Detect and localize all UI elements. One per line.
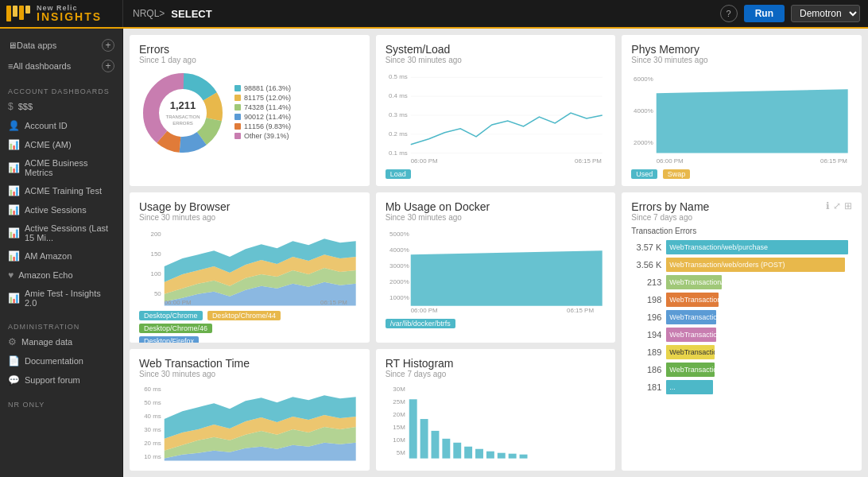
svg-text:0.2 ms: 0.2 ms xyxy=(389,130,408,138)
error-count-7: 186 xyxy=(631,365,661,374)
add-data-apps-button[interactable]: + xyxy=(102,39,114,52)
sidebar-item-account-id[interactable]: 👤 Account ID xyxy=(0,116,122,135)
sidebar-item-amazon-echo[interactable]: ♥ Amazon Echo xyxy=(0,266,122,285)
logo-bar-4 xyxy=(25,6,30,14)
expand-icon[interactable]: ⤢ xyxy=(833,200,841,211)
all-dashboards-item[interactable]: ≡ All dashboards + xyxy=(0,56,122,76)
sidebar-item-dollar-signs[interactable]: $ $$$ xyxy=(0,97,122,116)
legend-label-4: 11156 (9.83%) xyxy=(244,122,291,130)
logo-bar-2 xyxy=(13,6,17,17)
histogram-svg: 30M 25M 20M 15M 10M 5M xyxy=(386,383,606,463)
chart-icon-7: 📊 xyxy=(8,293,20,304)
svg-text:4000%: 4000% xyxy=(389,246,409,254)
physmem-legend: Used Swap xyxy=(631,166,852,179)
sidebar-item-support-forum[interactable]: 💬 Support forum xyxy=(0,370,122,390)
sidebar-item-amie-test[interactable]: 📊 Amie Test - Insights 2.0 xyxy=(0,285,122,312)
browser-title: Usage by Browser xyxy=(139,200,360,213)
svg-text:20 ms: 20 ms xyxy=(144,440,161,447)
chart-icon-5: 📊 xyxy=(8,227,20,238)
account-dashboards-label: ACCOUNT DASHBOARDS xyxy=(0,83,122,97)
error-bar-wrap-7: WebTransaction/web/admin/reports/weekly_… xyxy=(666,363,852,377)
sidebar-item-documentation[interactable]: 📄 Documentation xyxy=(0,351,122,370)
user-icon: 👤 xyxy=(8,120,20,131)
svg-text:4000%: 4000% xyxy=(634,107,653,114)
error-bar-wrap-2: WebTransaction/web/admin/reports/yearly_… xyxy=(666,275,852,289)
error-bar-wrap-4: WebTransaction/web/order_history (GET) xyxy=(666,310,852,324)
svg-text:50 ms: 50 ms xyxy=(144,399,161,406)
error-bar-7[interactable]: WebTransaction/web/admin/reports/weekly_… xyxy=(666,363,715,377)
error-bar-1[interactable]: WebTransaction/web/orders (POST) xyxy=(666,258,844,272)
physmem-svg: 6000% 4000% 2000% 06:00 PM 06:15 PM xyxy=(631,69,852,165)
svg-text:40 ms: 40 ms xyxy=(144,413,161,420)
error-bar-2[interactable]: WebTransaction/web/admin/reports/yearly_… xyxy=(666,275,722,289)
all-dashboards-label: All dashboards xyxy=(13,61,71,71)
nrql-input[interactable] xyxy=(171,8,702,20)
browser-card: Usage by Browser Since 30 minutes ago 20… xyxy=(130,192,370,343)
sidebar-item-amie-test-label: Amie Test - Insights 2.0 xyxy=(25,289,114,308)
help-button[interactable]: ? xyxy=(720,5,738,22)
data-apps-item[interactable]: 🖥 Data apps + xyxy=(0,35,122,56)
sidebar-item-active-sessions[interactable]: 📊 Active Sessions xyxy=(0,200,122,219)
chrome-pill: Desktop/Chrome xyxy=(139,311,203,320)
swap-pill: Swap xyxy=(663,169,691,179)
sysload-chart-area: 0.5 ms 0.4 ms 0.3 ms 0.2 ms 0.1 ms 06:00… xyxy=(386,69,606,165)
browser-legend: Desktop/Chrome Desktop/Chrome/44 Desktop… xyxy=(139,308,360,343)
chart-icon-3: 📊 xyxy=(8,185,20,196)
sysload-svg: 0.5 ms 0.4 ms 0.3 ms 0.2 ms 0.1 ms 06:00… xyxy=(386,69,606,165)
chrome46-pill: Desktop/Chrome/46 xyxy=(139,324,212,333)
logo-icon xyxy=(6,6,30,21)
svg-text:30M: 30M xyxy=(393,386,405,393)
svg-text:10 ms: 10 ms xyxy=(144,453,161,460)
svg-text:TRANSACTION: TRANSACTION xyxy=(165,114,200,119)
docker-title: Mb Usage on Docker xyxy=(386,200,606,213)
logo-bar-1 xyxy=(6,6,11,21)
svg-text:0.4 ms: 0.4 ms xyxy=(389,92,408,99)
errorsname-section-label: Transaction Errors xyxy=(631,227,852,235)
data-apps-icon: 🖥 xyxy=(8,41,17,50)
errorsname-card: Errors by Name Since 7 days ago ℹ ⤢ ⊞ Tr… xyxy=(622,192,862,471)
account-selector[interactable]: Demotron xyxy=(791,5,860,22)
legend-item-4: 11156 (9.83%) xyxy=(234,122,291,130)
error-row-0: 3.57 K WebTransaction/web/purchase xyxy=(631,240,852,254)
run-button[interactable]: Run xyxy=(744,5,785,22)
data-apps-label: Data apps xyxy=(17,41,56,50)
sidebar-item-active-sessions-15[interactable]: 📊 Active Sessions (Last 15 Mi... xyxy=(0,219,122,246)
logo-text-area: New Relic INSIGHTS xyxy=(37,4,102,23)
docker-svg: 5000% 4000% 3000% 2000% 1000% 06:00 PM 0… xyxy=(386,227,606,314)
errors-donut-container: 1,211 TRANSACTION ERRORS 98881 (16.3%) 8… xyxy=(139,69,360,157)
sidebar: 🖥 Data apps + ≡ All dashboards + ACCOUNT… xyxy=(0,29,123,477)
sidebar-item-documentation-label: Documentation xyxy=(25,356,83,366)
error-row-6: 189 WebTransaction/web/admin/reports/mon… xyxy=(631,345,852,359)
svg-marker-25 xyxy=(657,89,848,153)
sidebar-item-acme-am[interactable]: 📊 ACME (AM) xyxy=(0,135,122,154)
sidebar-item-am-amazon[interactable]: 📊 AM Amazon xyxy=(0,246,122,266)
grid-icon[interactable]: ⊞ xyxy=(844,200,852,211)
error-bar-6[interactable]: WebTransaction/web/admin/reports/monthly… xyxy=(666,345,715,359)
error-bar-0[interactable]: WebTransaction/web/purchase xyxy=(666,240,848,254)
add-dashboard-button[interactable]: + xyxy=(102,60,114,72)
sysload-card: System/Load Since 30 minutes ago 0.5 ms … xyxy=(376,35,616,186)
error-bar-wrap-6: WebTransaction/web/admin/reports/monthly… xyxy=(666,345,852,359)
error-bar-5[interactable]: WebTransaction/web/admin/reports/index xyxy=(666,328,716,342)
legend-dot-2 xyxy=(234,104,241,111)
info-icon[interactable]: ℹ xyxy=(826,200,830,211)
sidebar-item-acme-training[interactable]: 📊 ACME Training Test xyxy=(0,181,122,200)
error-count-1: 3.56 K xyxy=(631,260,661,270)
errorsname-title: Errors by Name xyxy=(631,200,709,213)
svg-text:200: 200 xyxy=(151,231,162,238)
legend-dot-5 xyxy=(234,133,241,139)
sidebar-item-acme-business[interactable]: 📊 ACME Business Metrics xyxy=(0,154,122,181)
svg-rect-68 xyxy=(475,449,483,459)
histogram-subtitle: Since 7 days ago xyxy=(386,370,606,378)
svg-text:3000%: 3000% xyxy=(389,262,409,270)
data-apps-label-part: 🖥 Data apps xyxy=(8,41,56,50)
error-bar-3[interactable]: WebTransaction/web/order_status (GET) xyxy=(666,293,718,307)
sidebar-item-manage-data[interactable]: ⚙ Manage data xyxy=(0,332,122,351)
donut-chart: 1,211 TRANSACTION ERRORS xyxy=(139,69,227,157)
error-bar-8[interactable]: ... xyxy=(666,380,712,394)
error-bar-4[interactable]: WebTransaction/web/order_history (GET) xyxy=(666,310,716,324)
svg-rect-64 xyxy=(431,431,439,459)
svg-text:1,211: 1,211 xyxy=(170,99,196,111)
sysload-legend: Load xyxy=(386,166,606,179)
nrql-bar: NRQL> xyxy=(123,8,712,20)
